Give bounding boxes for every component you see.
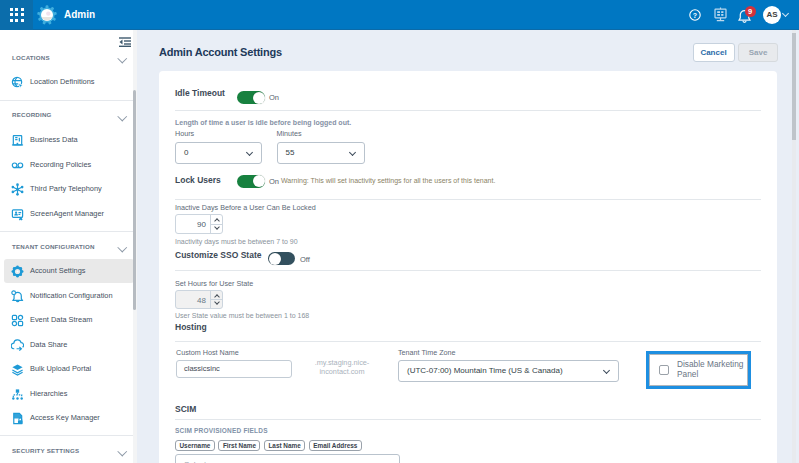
svg-text:?: ? xyxy=(693,12,697,19)
